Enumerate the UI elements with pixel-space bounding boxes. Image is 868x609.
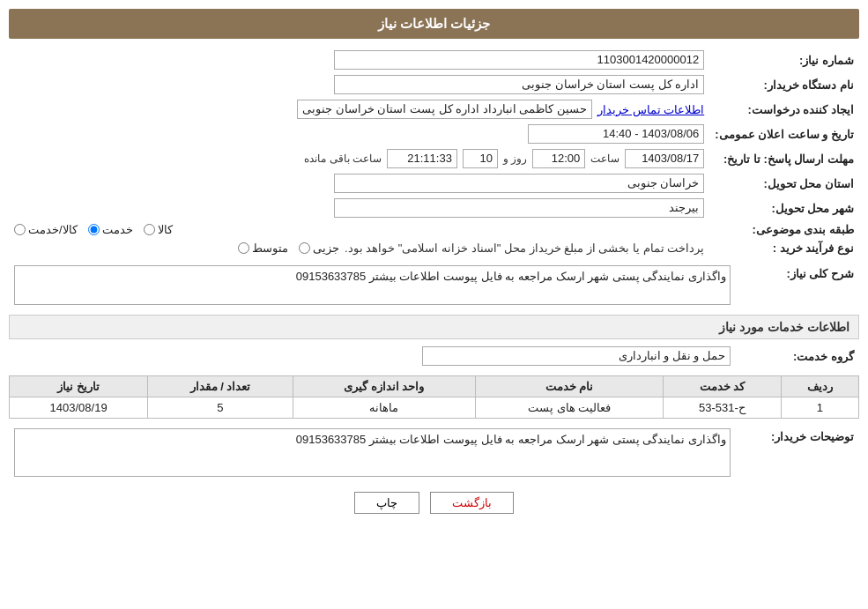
purchase-type-radio-medium[interactable] [238,242,249,254]
buyer-description-value: واگذاری نمایندگی پستی شهر ارسک مراجعه به… [14,428,731,477]
service-group-label: گروه خدمت: [736,344,859,368]
reply-remaining-label: ساعت باقی مانده [304,152,382,165]
cell-row-num: 1 [781,397,858,419]
service-group-value: حمل و نقل و انبارداری [422,346,731,366]
purchase-type-option-small[interactable]: جزیی [299,241,339,255]
cell-need-date: 1403/08/19 [10,397,148,419]
cell-service-code: ح-531-53 [664,397,782,419]
buyer-org-label: نام دستگاه خریدار: [709,72,859,97]
back-button[interactable]: بازگشت [430,492,514,514]
page-title: جزئیات اطلاعات نیاز [9,9,859,39]
announce-date-value: 1403/08/06 - 14:40 [528,124,704,144]
province-value: خراسان جنوبی [334,174,704,193]
buttons-row: بازگشت چاپ [9,492,859,514]
services-table: ردیف کد خدمت نام خدمت واحد اندازه گیری ت… [9,375,859,419]
reply-deadline-label: مهلت ارسال پاسخ: تا تاریخ: [709,146,859,171]
purchase-type-option-medium[interactable]: متوسط [238,241,288,255]
col-quantity: تعداد / مقدار [148,376,293,397]
category-option-kala[interactable]: کالا [144,223,173,236]
reply-days-value: 10 [463,149,498,168]
purchase-type-medium-label: متوسط [252,241,288,255]
need-number-label: شماره نیاز: [709,48,859,72]
reply-remaining-value: 21:11:33 [387,149,457,168]
city-value: بیرجند [334,198,704,218]
category-radio-kala[interactable] [144,224,155,235]
need-number-value: 1103001420000012 [334,50,704,70]
category-option-kala-khedmat-label: کالا/خدمت [28,223,78,236]
category-label: طبقه بندی موضوعی: [709,220,859,239]
category-radio-kala-khedmat[interactable] [14,224,26,235]
cell-quantity: 5 [148,397,293,419]
col-service-code: کد خدمت [664,376,782,397]
category-radio-khedmat[interactable] [88,224,100,235]
category-option-khedmat-label: خدمت [102,223,133,236]
purchase-type-note: پرداخت تمام یا بخشی از مبلغ خریداز محل "… [345,241,704,255]
col-need-date: تاریخ نیاز [10,376,148,397]
table-row: 1 ح-531-53 فعالیت های پست ماهانه 5 1403/… [10,397,859,419]
col-unit: واحد اندازه گیری [293,376,475,397]
col-service-name: نام خدمت [476,376,664,397]
col-row-num: ردیف [781,376,858,397]
reply-days-label: روز و [503,152,527,165]
reply-date-value: 1403/08/17 [625,149,704,168]
reply-time-label: ساعت [590,152,619,165]
need-description-value: واگذاری نمایندگی پستی شهر ارسک مراجعه به… [14,265,731,305]
print-button[interactable]: چاپ [354,492,419,514]
reply-time-value: 12:00 [532,149,585,168]
category-option-kala-khedmat[interactable]: کالا/خدمت [14,223,78,236]
purchase-type-small-label: جزیی [313,241,339,255]
buyer-org-value: اداره کل پست استان خراسان جنوبی [334,75,704,94]
province-label: استان محل تحویل: [709,171,859,196]
cell-service-name: فعالیت های پست [476,397,664,419]
purchase-type-label: نوع فرآیند خرید : [709,239,859,257]
purchase-type-radio-small[interactable] [299,242,310,254]
requester-value: حسین کاظمی انبارداد اداره کل پست استان خ… [297,100,592,119]
announce-date-label: تاریخ و ساعت اعلان عمومی: [709,122,859,146]
category-option-kala-label: کالا [158,223,173,236]
city-label: شهر محل تحویل: [709,196,859,220]
cell-unit: ماهانه [293,397,475,419]
category-option-khedmat[interactable]: خدمت [88,223,133,236]
need-description-label: شرح کلی نیاز: [786,267,854,280]
buyer-description-label: توضیحات خریدار: [771,430,854,443]
services-section-title: اطلاعات خدمات مورد نیاز [9,315,859,339]
requester-label: ایجاد کننده درخواست: [709,97,859,122]
requester-contact-link[interactable]: اطلاعات تماس خریدار [597,103,704,116]
